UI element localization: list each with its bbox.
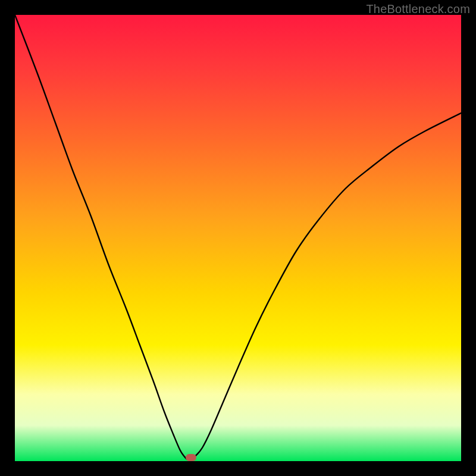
watermark-text: TheBottleneck.com [366, 2, 470, 16]
bottleneck-curve-path [15, 15, 461, 460]
plot-area [15, 15, 461, 461]
chart-frame: TheBottleneck.com [0, 0, 476, 476]
curve-svg [15, 15, 461, 461]
optimum-marker-icon [186, 454, 196, 461]
